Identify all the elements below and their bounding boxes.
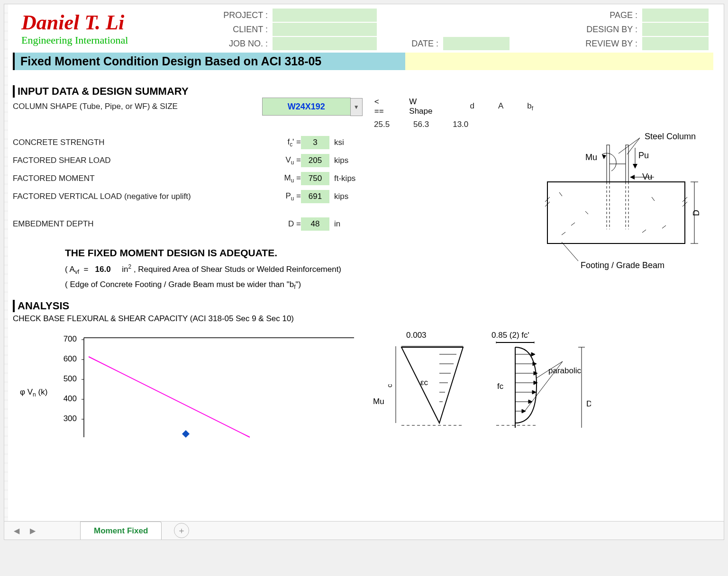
page-title: Fixed Moment Condition Design Based on A… [13, 53, 405, 70]
date-label: DATE : [396, 39, 438, 49]
avf-line: ( Avf = 16.0 in2 , Required Area of Shea… [65, 263, 533, 275]
svg-marker-9 [602, 154, 606, 159]
d-symbol: D = [269, 219, 301, 229]
page-label: PAGE : [562, 10, 637, 20]
designby-label: DESIGN BY : [562, 25, 637, 35]
prop-a-hdr: A [498, 101, 503, 112]
svg-text:0.85 (2) fc': 0.85 (2) fc' [491, 331, 529, 340]
chart-series-phivn [89, 357, 250, 437]
svg-marker-40 [401, 347, 463, 423]
fc-label: CONCRETE STRENGTH [13, 138, 269, 147]
chart-marker [182, 430, 190, 438]
vu-input[interactable]: 205 [301, 154, 329, 167]
prop-bf-hdr: bf [527, 101, 533, 112]
svg-marker-13 [630, 175, 635, 180]
svg-marker-11 [633, 164, 637, 169]
prop-d-val: 25.5 [374, 120, 390, 129]
fc-symbol: fc' = [269, 137, 301, 148]
svg-text:0.003: 0.003 [406, 331, 427, 340]
svg-line-2 [627, 138, 640, 154]
svg-rect-3 [607, 145, 610, 182]
shape-label: COLUMN SHAPE (Tube, Pipe, or WF) & SIZE [13, 102, 262, 111]
client-label: CLIENT : [197, 25, 268, 35]
svg-rect-4 [626, 145, 628, 182]
analysis-subheading: CHECK BASE FLEXURAL & SHEAR CAPACITY (AC… [13, 314, 713, 324]
vu-unit: kips [334, 156, 363, 165]
svg-marker-65 [532, 390, 536, 394]
logo-block: Daniel T. Li Engineering International [13, 12, 197, 46]
shape-select[interactable]: W24X192 [262, 98, 351, 116]
project-label: PROJECT : [197, 10, 268, 20]
mu-symbol: Mu = [269, 173, 301, 184]
svg-marker-69 [522, 409, 526, 413]
prop-bf-val: 13.0 [453, 120, 468, 129]
mu-label: FACTORED MOMENT [13, 174, 269, 183]
project-input[interactable] [273, 9, 377, 22]
reviewby-input[interactable] [642, 37, 709, 50]
shape-arrow: < == [374, 97, 391, 116]
vu-label: FACTORED SHEAR LOAD [13, 156, 269, 165]
svg-text:Mu: Mu [585, 153, 597, 162]
svg-text:500: 500 [64, 374, 77, 383]
svg-text:300: 300 [64, 414, 77, 423]
analysis-heading: ANALYSIS [13, 300, 713, 312]
pu-symbol: Pu = [269, 191, 301, 202]
svg-text:Steel Column: Steel Column [645, 132, 696, 141]
mu-unit: ft-kips [334, 174, 363, 183]
svg-text:Footing / Grade Beam: Footing / Grade Beam [581, 261, 664, 270]
page-input[interactable] [642, 9, 709, 22]
pu-input[interactable]: 691 [301, 190, 329, 203]
pu-unit: kips [334, 192, 363, 201]
sheet-nav-next[interactable]: ▶ [30, 526, 36, 535]
pu-label: FACTORED VERTICAL LOAD (negative for upl… [13, 192, 269, 201]
svg-text:400: 400 [64, 394, 77, 403]
row-ruler [4, 4, 8, 540]
logo-name: Daniel T. Li [21, 12, 197, 33]
edge-note: ( Edge of Concrete Footing / Grade Beam … [65, 280, 533, 290]
date-input[interactable] [443, 37, 510, 50]
svg-text:fc: fc [497, 382, 504, 391]
svg-marker-57 [531, 352, 535, 356]
fc-input[interactable]: 3 [301, 136, 329, 149]
add-sheet-button[interactable]: ＋ [174, 523, 189, 538]
svg-text:Mu: Mu [373, 397, 384, 406]
svg-text:600: 600 [64, 354, 77, 363]
prop-d-hdr: d [470, 101, 474, 112]
svg-text:D: D [692, 210, 701, 216]
stress-strain-diagram: 0.003 0.85 (2) fc' εc [373, 328, 591, 442]
capacity-chart: 700 600 500 400 300 φ Vn (k) [13, 328, 373, 442]
client-input[interactable] [273, 23, 377, 36]
svg-text:εc: εc [420, 378, 428, 387]
prop-a-val: 56.3 [413, 120, 429, 129]
title-fill [405, 53, 713, 70]
svg-text:c: c [385, 384, 393, 387]
svg-text:Vu: Vu [642, 172, 652, 181]
avf-value: 16.0 [95, 265, 111, 274]
jobno-input[interactable] [273, 37, 377, 50]
svg-rect-14 [547, 182, 685, 243]
svg-text:D: D [586, 399, 591, 408]
svg-text:700: 700 [64, 334, 77, 343]
d-input[interactable]: 48 [301, 217, 329, 231]
svg-text:Pu: Pu [638, 151, 649, 160]
sheet-nav-prev[interactable]: ◀ [14, 526, 19, 535]
chart-ylabel: φ Vn (k) [20, 387, 47, 398]
vu-symbol: Vu = [269, 155, 301, 166]
sheet-tab-moment-fixed[interactable]: Moment Fixed [80, 522, 162, 540]
result-headline: THE FIXED MOMENT DESIGN IS ADEQUATE. [65, 247, 533, 259]
designby-input[interactable] [642, 23, 709, 36]
d-unit: in [334, 219, 363, 229]
input-section-heading: INPUT DATA & DESIGN SUMMARY [13, 85, 713, 98]
reviewby-label: REVIEW BY : [562, 39, 637, 49]
logo-tagline: Engineering International [21, 34, 197, 46]
jobno-label: JOB NO. : [197, 39, 268, 49]
shape-type: W Shape [409, 97, 441, 116]
svg-line-23 [562, 242, 578, 261]
svg-text:parabolic: parabolic [548, 366, 581, 375]
mu-input[interactable]: 750 [301, 172, 329, 185]
fc-unit: ksi [334, 138, 363, 147]
connection-diagram: Steel Column Mu Pu Vu [533, 131, 704, 278]
d-label: EMBEDMENT DEPTH [13, 219, 269, 229]
svg-line-1 [619, 138, 640, 153]
